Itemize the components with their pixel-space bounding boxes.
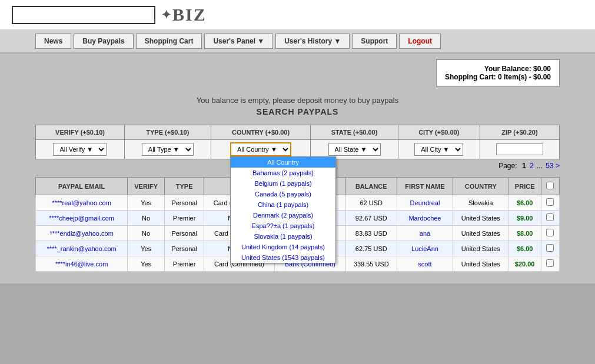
firstname-link[interactable]: Deundreal [410, 199, 440, 206]
cell-checkbox[interactable] [541, 256, 559, 272]
logo: ✦ BIZ [161, 5, 207, 25]
country-option-canada[interactable]: Canada (5 paypals) [231, 189, 335, 199]
filter-city-cell: All City ▼ [398, 140, 480, 159]
search-title: SEARCH PAYPALS [4, 107, 591, 116]
row-checkbox[interactable] [546, 259, 554, 267]
email-link[interactable]: ****endiz@yahoo.com [49, 230, 113, 237]
firstname-link[interactable]: LucieAnn [411, 245, 438, 252]
filter-col-verify: VERIFY (+$0.10) [36, 125, 125, 140]
email-link[interactable]: ****real@yahoo.com [52, 199, 111, 206]
col-email: PAYPAL EMAIL [36, 178, 128, 195]
nav-users-panel[interactable]: User's Panel ▼ [204, 34, 273, 49]
cell-country: United States [453, 226, 508, 241]
nav-bar: News Buy Paypals Shopping Cart User's Pa… [0, 30, 595, 54]
email-link[interactable]: ****cheejp@gmail.com [49, 215, 114, 222]
cell-price: $9.00 [508, 211, 541, 226]
filter-col-city: CITY (+$0.00) [398, 125, 480, 140]
cell-country: United States [453, 211, 508, 226]
country-option-china[interactable]: China (1 paypals) [231, 199, 335, 210]
col-checkbox[interactable] [541, 178, 559, 195]
cell-checkbox[interactable] [541, 195, 559, 211]
type-select[interactable]: All Type ▼ [142, 143, 194, 156]
logo-search-box[interactable] [12, 6, 155, 24]
cell-type: Personal [165, 195, 204, 211]
col-verify: VERIFY [128, 178, 165, 195]
cell-balance: 83.83 USD [345, 226, 397, 241]
city-select[interactable]: All City ▼ [414, 143, 463, 156]
cell-type: Premier [165, 211, 204, 226]
country-dropdown-list[interactable]: All Country Bahamas (2 paypals) Belgium … [230, 156, 336, 263]
row-checkbox[interactable] [546, 244, 554, 252]
nav-news[interactable]: News [35, 34, 71, 49]
logo-text-label: BIZ [172, 5, 207, 25]
country-option-all[interactable]: All Country [231, 157, 335, 168]
cell-firstname: LucieAnn [397, 241, 453, 256]
col-country: COUNTRY [453, 178, 508, 195]
nav-users-history[interactable]: User's History ▼ [275, 34, 350, 49]
country-option-slovakia[interactable]: Slovakia (1 paypals) [231, 231, 335, 242]
country-select[interactable]: All Country ▼ [230, 142, 291, 156]
col-type: TYPE [165, 178, 204, 195]
cell-price: $6.00 [508, 195, 541, 211]
cell-checkbox[interactable] [541, 241, 559, 256]
cell-firstname: Mardochee [397, 211, 453, 226]
country-option-belgium[interactable]: Belgium (1 paypals) [231, 178, 335, 189]
firstname-link[interactable]: Mardochee [408, 215, 441, 222]
cell-type: Personal [165, 241, 204, 256]
alert-text: You balance is empty, please deposit mon… [4, 96, 591, 105]
page-ellipsis: ... [537, 162, 544, 170]
cell-checkbox[interactable] [541, 226, 559, 241]
country-option-bahamas[interactable]: Bahamas (2 paypals) [231, 168, 335, 178]
page-label: Page: [498, 162, 517, 170]
row-checkbox[interactable] [546, 198, 554, 206]
cell-verify: No [128, 226, 165, 241]
chevron-down-icon: ▼ [257, 37, 264, 45]
page-53[interactable]: 53 [546, 162, 553, 170]
cell-firstname: ana [397, 226, 453, 241]
page-2[interactable]: 2 [530, 162, 534, 170]
cell-verify: No [128, 211, 165, 226]
filter-col-type: TYPE (+$0.10) [124, 125, 211, 140]
cell-email: ****endiz@yahoo.com [36, 226, 128, 241]
cell-balance: 92.67 USD [345, 211, 397, 226]
state-select[interactable]: All State ▼ [328, 143, 381, 156]
filter-col-state: STATE (+$0.00) [311, 125, 398, 140]
nav-shopping-cart[interactable]: Shopping Cart [136, 34, 202, 49]
cell-checkbox[interactable] [541, 211, 559, 226]
firstname-link[interactable]: ana [420, 230, 430, 237]
cell-price: $20.00 [508, 256, 541, 272]
country-option-denmark[interactable]: Denmark (2 paypals) [231, 210, 335, 221]
country-option-spain[interactable]: Espa??±a (1 paypals) [231, 221, 335, 231]
filter-country-cell: All Country ▼ All Country Bahamas (2 pay… [211, 140, 311, 159]
cell-email: ****_rankin@yahoo.com [36, 241, 128, 256]
email-link[interactable]: ****in46@live.com [55, 261, 108, 268]
firstname-link[interactable]: scott [418, 261, 431, 268]
page-next[interactable]: > [556, 162, 560, 170]
header: ✦ BIZ [0, 0, 595, 30]
zip-input[interactable] [496, 143, 543, 155]
nav-buy-paypals[interactable]: Buy Paypals [74, 34, 133, 49]
page-current[interactable]: 1 [522, 162, 526, 170]
logo-search-input[interactable] [31, 11, 137, 19]
nav-support[interactable]: Support [352, 34, 397, 49]
cell-email: ****cheejp@gmail.com [36, 211, 128, 226]
country-option-uk[interactable]: United Kingdom (14 paypals) [231, 242, 335, 252]
email-link[interactable]: ****_rankin@yahoo.com [47, 245, 117, 252]
cell-balance: 339.55 USD [345, 256, 397, 272]
cell-country: Slovakia [453, 195, 508, 211]
cell-verify: Yes [128, 241, 165, 256]
filter-col-country: COUNTRY (+$0.00) [211, 125, 311, 140]
select-all-checkbox[interactable] [546, 182, 554, 189]
cell-balance: 62.75 USD [345, 241, 397, 256]
cell-type: Personal [165, 226, 204, 241]
cell-firstname: Deundreal [397, 195, 453, 211]
row-checkbox[interactable] [546, 229, 554, 236]
cell-country: United States [453, 256, 508, 272]
chevron-down-icon: ▼ [334, 37, 341, 45]
verify-select[interactable]: All Verify ▼ [53, 143, 107, 156]
row-checkbox[interactable] [546, 213, 554, 221]
cell-verify: Yes [128, 195, 165, 211]
nav-logout[interactable]: Logout [399, 34, 441, 49]
balance-box: Your Balance: $0.00 Shopping Cart: 0 Ite… [436, 59, 560, 86]
country-option-us[interactable]: United States (1543 paypals) [231, 252, 335, 263]
